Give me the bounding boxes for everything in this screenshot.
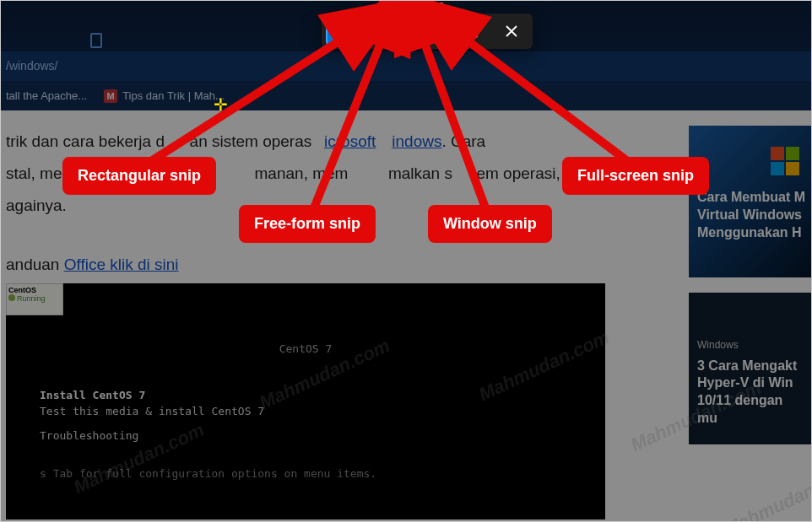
crosshair-cursor-icon: ✛	[214, 94, 228, 115]
label-rectangular: Rectangular snip	[62, 157, 216, 195]
label-fullscreen: Full-screen snip	[562, 157, 709, 195]
svg-line-7	[423, 39, 486, 210]
label-freeform: Free-form snip	[239, 205, 376, 243]
annotation-arrows	[1, 1, 812, 522]
svg-line-8	[465, 39, 630, 163]
svg-line-6	[313, 39, 382, 210]
svg-line-5	[149, 39, 343, 163]
label-window: Window snip	[428, 205, 552, 243]
